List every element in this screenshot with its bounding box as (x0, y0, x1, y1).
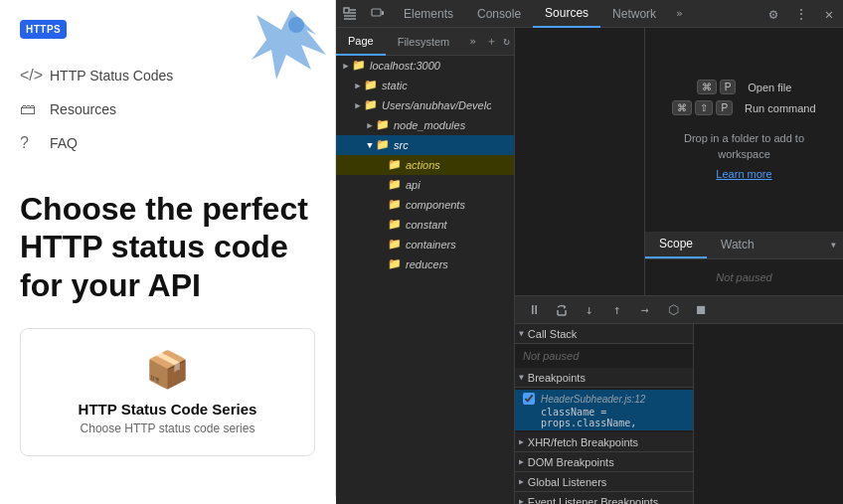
xhr-arrow: ▶ (519, 437, 524, 446)
panel-scroll-button[interactable]: ▾ (824, 231, 843, 258)
breakpoint-checkbox[interactable] (523, 393, 535, 405)
tab-sources[interactable]: Sources (533, 0, 600, 28)
sidebar: HTTPS </> HTTP Status Codes 🗃 Resources … (0, 0, 336, 504)
tab-page[interactable]: Page (336, 28, 386, 56)
resources-icon: 🗃 (20, 100, 40, 118)
drop-text: Drop in a folder to add to workspace (661, 131, 827, 162)
tree-item-static[interactable]: ▶ 📁 static (336, 76, 514, 95)
tree-item-src[interactable]: ▼ 📁 src (336, 135, 514, 155)
breakpoint-item[interactable]: HeaderSubheader.js:12 className = props.… (515, 390, 693, 430)
tree-item-node-modules[interactable]: ▶ 📁 node_modules (336, 115, 514, 135)
tab-scope[interactable]: Scope (645, 231, 707, 258)
tab-network[interactable]: Network (600, 0, 668, 28)
shortcut-keys-open: ⌘ P (697, 80, 737, 94)
sidebar-content: Choose the perfect HTTP status code for … (0, 160, 335, 476)
tree-item-label: components (406, 199, 465, 211)
breakpoints-header[interactable]: ▼ Breakpoints (515, 368, 693, 388)
bottom-right-panel (694, 324, 843, 504)
sync-icon[interactable]: ↻ (499, 28, 514, 56)
tree-item-label: containers (406, 239, 456, 251)
add-folder-icon[interactable]: ＋ (484, 28, 499, 56)
tab-filesystem[interactable]: Filesystem (386, 28, 462, 56)
close-icon[interactable]: ✕ (815, 0, 843, 28)
folder-icon: 📁 (388, 158, 402, 172)
global-listeners-header[interactable]: ▶ Global Listeners (515, 472, 693, 492)
tree-item-api[interactable]: 📁 api (336, 175, 514, 195)
tree-item-label: api (406, 179, 421, 191)
tree-item-reducers[interactable]: 📁 reducers (336, 254, 514, 274)
tree-arrow (376, 240, 388, 250)
dom-breakpoints-header[interactable]: ▶ DOM Breakpoints (515, 452, 693, 472)
code-icon: </> (20, 67, 40, 84)
kbd-shift: ⇧ (695, 100, 713, 115)
card[interactable]: 📦 HTTP Status Code Series Choose HTTP st… (20, 328, 315, 456)
call-stack-header[interactable]: ▼ Call Stack (515, 324, 693, 344)
breakpoint-text: HeaderSubheader.js:12 className = props.… (541, 392, 685, 428)
tree-arrow: ▶ (364, 120, 376, 130)
step-button[interactable]: → (634, 299, 656, 321)
tree-item-constant[interactable]: 📁 constant (336, 215, 514, 235)
folder-icon: 📁 (388, 218, 402, 232)
card-title: HTTP Status Code Series (79, 401, 257, 418)
card-subtitle: Choose HTTP status code series (81, 421, 255, 435)
bottom-panel: ⏸ ↓ ↑ → ⬡ ⏹ (515, 295, 843, 504)
bottom-content: ▼ Call Stack Not paused ▼ Breakpoints (515, 324, 843, 504)
tree-arrow: ▶ (352, 81, 364, 90)
folder-icon: 📁 (352, 59, 366, 73)
file-tree-tabs: Page Filesystem » ＋ ↻ (336, 28, 514, 56)
sources-panel: Page Filesystem » ＋ ↻ ▶ 📁 localhost:3000… (336, 28, 843, 504)
tree-item-label: node_modules (394, 119, 465, 131)
gear-icon[interactable]: ⚙ (759, 0, 787, 28)
shortcuts-area: ⌘ P Open file ⌘ ⇧ P Run command (645, 28, 843, 232)
devtools-tabs-bar: Elements Console Sources Network » ⚙ ⋮ ✕ (336, 0, 843, 28)
svg-rect-7 (372, 9, 381, 16)
more-options-icon[interactable]: ⋮ (787, 0, 815, 28)
shortcut-label-run: Run command (745, 102, 816, 114)
https-badge: HTTPS (20, 20, 67, 39)
tree-item-containers[interactable]: 📁 containers (336, 235, 514, 254)
sidebar-item-label: HTTP Status Codes (50, 68, 173, 84)
tab-watch[interactable]: Watch (707, 231, 768, 258)
tree-item-localhost[interactable]: ▶ 📁 localhost:3000 (336, 56, 514, 76)
kbd-cmd: ⌘ (697, 80, 717, 94)
folder-icon: 📁 (388, 257, 402, 271)
shortcut-keys-run: ⌘ ⇧ P (672, 100, 733, 115)
inspect-icon[interactable] (336, 0, 364, 28)
svg-marker-0 (252, 10, 326, 80)
sidebar-item-label: FAQ (50, 135, 78, 151)
tab-elements[interactable]: Elements (392, 0, 465, 28)
sidebar-item-faq[interactable]: ? FAQ (20, 126, 315, 160)
learn-more-link[interactable]: Learn more (716, 168, 771, 180)
faq-icon: ? (20, 134, 40, 152)
dom-title: DOM Breakpoints (528, 456, 614, 468)
right-panel: ⌘ P Open file ⌘ ⇧ P Run command (644, 28, 843, 295)
tree-item-label: src (394, 139, 409, 151)
call-stack-not-paused: Not paused (515, 346, 693, 366)
svg-rect-8 (382, 11, 384, 15)
global-arrow: ▶ (519, 477, 524, 486)
breakpoints-content: HeaderSubheader.js:12 className = props.… (515, 388, 693, 432)
sidebar-item-resources[interactable]: 🗃 Resources (20, 92, 315, 126)
tab-console[interactable]: Console (465, 0, 533, 28)
deactivate-breakpoints-button[interactable]: ⬡ (662, 299, 684, 321)
file-tree-more-button[interactable]: » (461, 35, 484, 48)
more-tabs-button[interactable]: » (668, 7, 691, 20)
device-icon[interactable] (364, 0, 392, 28)
xhr-breakpoints-header[interactable]: ▶ XHR/fetch Breakpoints (515, 432, 693, 452)
kbd-cmd2: ⌘ (672, 100, 692, 115)
pause-button[interactable]: ⏸ (523, 299, 545, 321)
tree-item-users[interactable]: ▶ 📁 Users/anubhav/Developer/P (336, 95, 514, 115)
step-over-button[interactable] (551, 299, 573, 321)
call-stack-content: Not paused (515, 344, 693, 368)
tree-item-components[interactable]: 📁 components (336, 195, 514, 215)
step-into-button[interactable]: ↓ (579, 299, 600, 321)
folder-icon: 📁 (376, 138, 390, 152)
step-out-button[interactable]: ↑ (606, 299, 628, 321)
folder-icon: 📁 (388, 178, 402, 192)
pause-on-exceptions-button[interactable]: ⏹ (690, 299, 712, 321)
event-listener-breakpoints-header[interactable]: ▶ Event Listener Breakpoints (515, 492, 693, 504)
tree-item-actions[interactable]: 📁 actions (336, 155, 514, 175)
tree-item-label: Users/anubhav/Developer/P (382, 99, 491, 111)
tree-arrow: ▶ (352, 100, 364, 110)
page-heading: Choose the perfect HTTP status code for … (20, 190, 315, 304)
